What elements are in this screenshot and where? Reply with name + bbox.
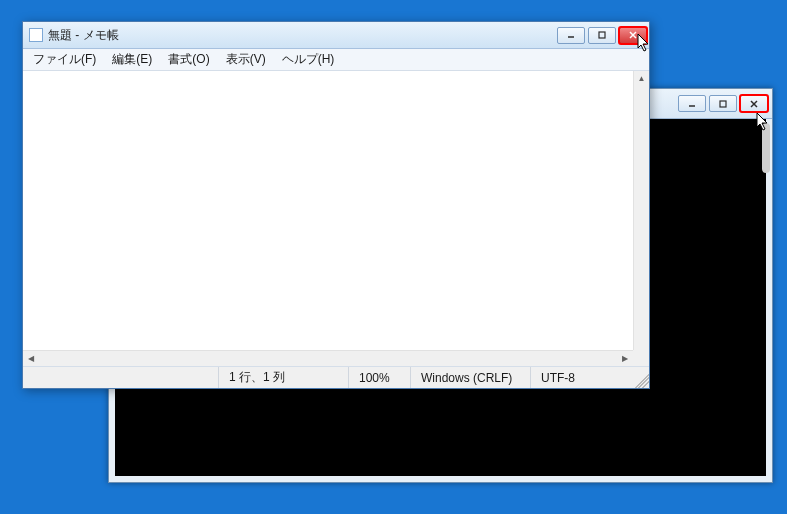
notepad-minimize-button[interactable] — [557, 27, 585, 44]
status-encoding: UTF-8 — [530, 367, 633, 388]
notepad-close-button[interactable] — [619, 27, 647, 44]
menu-edit[interactable]: 編集(E) — [104, 49, 160, 70]
svg-rect-5 — [599, 32, 605, 38]
background-window-scrollbar[interactable] — [762, 123, 770, 173]
bg-minimize-button[interactable] — [678, 95, 706, 112]
resize-grip[interactable] — [633, 367, 649, 388]
notepad-statusbar: 1 行、1 列 100% Windows (CRLF) UTF-8 — [23, 366, 649, 388]
notepad-maximize-button[interactable] — [588, 27, 616, 44]
notepad-textarea[interactable] — [23, 71, 633, 350]
bg-close-button[interactable] — [740, 95, 768, 112]
svg-rect-1 — [720, 101, 726, 107]
notepad-window: 無題 - メモ帳 ファイル(F) 編集(E) 書式(O) 表示(V) ヘルプ(H… — [22, 21, 650, 389]
bg-maximize-button[interactable] — [709, 95, 737, 112]
notepad-title: 無題 - メモ帳 — [48, 27, 557, 44]
notepad-vertical-scrollbar[interactable]: ▲ — [633, 71, 649, 350]
status-position: 1 行、1 列 — [218, 367, 348, 388]
notepad-window-controls — [557, 27, 647, 44]
menu-file[interactable]: ファイル(F) — [25, 49, 104, 70]
status-eol: Windows (CRLF) — [410, 367, 530, 388]
scroll-left-icon[interactable]: ◀ — [24, 352, 38, 366]
scrollbar-corner — [633, 350, 649, 366]
background-window-controls — [678, 95, 768, 112]
notepad-horizontal-scrollbar[interactable]: ◀ ▶ — [23, 350, 633, 366]
notepad-app-icon — [29, 28, 43, 42]
scroll-up-icon[interactable]: ▲ — [635, 72, 649, 86]
scroll-right-icon[interactable]: ▶ — [618, 352, 632, 366]
menu-view[interactable]: 表示(V) — [218, 49, 274, 70]
notepad-body: ▲ ◀ ▶ — [23, 71, 649, 366]
notepad-menubar: ファイル(F) 編集(E) 書式(O) 表示(V) ヘルプ(H) — [23, 49, 649, 71]
notepad-titlebar[interactable]: 無題 - メモ帳 — [23, 22, 649, 49]
menu-format[interactable]: 書式(O) — [160, 49, 217, 70]
status-zoom: 100% — [348, 367, 410, 388]
menu-help[interactable]: ヘルプ(H) — [274, 49, 343, 70]
